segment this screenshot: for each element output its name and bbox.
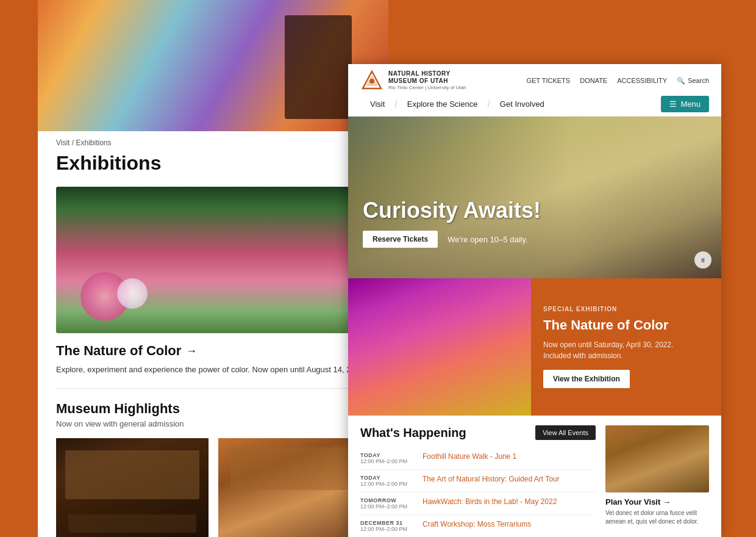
plan-visit-title[interactable]: Plan Your Visit → bbox=[605, 497, 709, 506]
museum-logo-icon bbox=[360, 69, 383, 92]
hero-cta-row: Reserve Tickets We're open 10–5 daily. bbox=[363, 231, 541, 248]
event-day-2: TODAY bbox=[360, 475, 415, 481]
exhibit-image bbox=[56, 187, 370, 333]
nav-explore[interactable]: Explore the Science bbox=[398, 96, 488, 112]
plan-your-visit-card[interactable]: Plan Your Visit → Vel donec et dolor urn… bbox=[605, 425, 709, 537]
event-day-3: TOMORROW bbox=[360, 497, 415, 503]
event-time-4: 12:00 PM–2:00 PM bbox=[360, 526, 415, 532]
hero-top-image bbox=[38, 0, 388, 131]
past-worlds-card[interactable]: Past Worlds → bbox=[56, 438, 209, 538]
highlights-subtitle: Now on view with general admission bbox=[56, 419, 370, 428]
breadcrumb: Visit / Exhibitions bbox=[38, 131, 388, 150]
breadcrumb-exhibitions: Exhibitions bbox=[76, 139, 111, 147]
get-tickets-link[interactable]: GET TICKETS bbox=[526, 77, 570, 84]
featured-exhibit-card: The Nature of Color → Explore, experimen… bbox=[38, 187, 388, 388]
exhibit-description: Explore, experiment and experience the p… bbox=[56, 364, 370, 388]
site-header: NATURAL HISTORY MUSEUM OF UTAH Rio Tinto… bbox=[348, 64, 721, 117]
event-time-col-1: TODAY 12:00 PM–2:00 PM bbox=[360, 452, 415, 464]
event-time-col-3: TOMORROW 12:00 PM–2:00 PM bbox=[360, 497, 415, 510]
special-desc-line1: Now open until Saturday, April 30, 2022. bbox=[543, 341, 673, 349]
event-row-2: TODAY 12:00 PM–2:00 PM The Art of Natura… bbox=[360, 470, 596, 492]
native-voices-card[interactable]: Native Voices → bbox=[218, 438, 371, 538]
nav-involved[interactable]: Get Involved bbox=[490, 96, 554, 112]
plan-visit-image bbox=[605, 425, 709, 492]
breadcrumb-visit[interactable]: Visit bbox=[56, 139, 70, 147]
highlights-title: Museum Highlights bbox=[56, 401, 370, 417]
svg-point-2 bbox=[369, 79, 374, 84]
menu-label: Menu bbox=[680, 99, 701, 109]
pause-button[interactable]: ⏸ bbox=[694, 251, 711, 268]
special-exhibition-info: SPECIAL EXHIBITION The Nature of Color N… bbox=[531, 278, 721, 416]
hero-hours: We're open 10–5 daily. bbox=[448, 235, 527, 244]
special-exhibition-desc: Now open until Saturday, April 30, 2022.… bbox=[543, 339, 709, 361]
events-title: What's Happening bbox=[360, 426, 466, 440]
plan-visit-description: Vel donec et dolor urna fusce velit aene… bbox=[605, 509, 709, 526]
reserve-tickets-button[interactable]: Reserve Tickets bbox=[363, 231, 438, 248]
event-name-1[interactable]: Foothill Nature Walk - June 1 bbox=[423, 452, 516, 461]
event-row-3: TOMORROW 12:00 PM–2:00 PM HawkWatch: Bir… bbox=[360, 492, 596, 515]
event-row-4: DECEMBER 31 12:00 PM–2:00 PM Craft Works… bbox=[360, 515, 596, 537]
hero-headline: Curiosity Awaits! bbox=[363, 198, 541, 223]
hero-content: Curiosity Awaits! Reserve Tickets We're … bbox=[363, 198, 541, 248]
menu-button[interactable]: ☰ Menu bbox=[661, 96, 709, 112]
event-row-1: TODAY 12:00 PM–2:00 PM Foothill Nature W… bbox=[360, 447, 596, 470]
event-name-2[interactable]: The Art of Natural History: Guided Art T… bbox=[423, 475, 560, 483]
search-icon: 🔍 bbox=[677, 77, 685, 85]
donate-link[interactable]: DONATE bbox=[580, 77, 607, 84]
logo-name: NATURAL HISTORY bbox=[388, 70, 466, 77]
event-day-1: TODAY bbox=[360, 452, 415, 458]
event-day-4: DECEMBER 31 bbox=[360, 520, 415, 526]
special-exhibition-image bbox=[348, 278, 531, 416]
event-name-3[interactable]: HawkWatch: Birds in the Lab! - May 2022 bbox=[423, 497, 557, 506]
event-time-col-2: TODAY 12:00 PM–2:00 PM bbox=[360, 475, 415, 487]
top-links: GET TICKETS DONATE ACCESSIBILITY 🔍 Searc… bbox=[526, 77, 709, 85]
search-area[interactable]: 🔍 Search bbox=[677, 77, 709, 85]
logo-area: NATURAL HISTORY MUSEUM OF UTAH Rio Tinto… bbox=[360, 69, 466, 92]
museum-highlights: Museum Highlights Now on view with gener… bbox=[38, 401, 388, 538]
logo-org: MUSEUM OF UTAH bbox=[388, 77, 466, 85]
special-exhibition-title: The Nature of Color bbox=[543, 317, 709, 333]
past-worlds-image bbox=[56, 438, 209, 524]
page-title: Exhibitions bbox=[38, 150, 388, 187]
events-section: What's Happening View All Events TODAY 1… bbox=[360, 425, 596, 537]
highlights-grid: Past Worlds → Native Voices → bbox=[56, 438, 370, 538]
menu-icon: ☰ bbox=[669, 99, 677, 109]
native-voices-image bbox=[218, 438, 371, 524]
search-label: Search bbox=[688, 77, 709, 84]
exhibit-title-row: The Nature of Color → bbox=[56, 333, 370, 364]
special-exhibition: SPECIAL EXHIBITION The Nature of Color N… bbox=[348, 278, 721, 416]
section-divider bbox=[56, 388, 370, 389]
museum-website-panel: NATURAL HISTORY MUSEUM OF UTAH Rio Tinto… bbox=[348, 64, 721, 537]
special-exhibition-tag: SPECIAL EXHIBITION bbox=[543, 306, 709, 312]
logo-tagline: Rio Tinto Center | University of Utah bbox=[388, 85, 466, 91]
event-time-3: 12:00 PM–2:00 PM bbox=[360, 503, 415, 510]
event-time-1: 12:00 PM–2:00 PM bbox=[360, 458, 415, 464]
nav-visit[interactable]: Visit bbox=[360, 96, 394, 112]
whats-happening-section: What's Happening View All Events TODAY 1… bbox=[348, 416, 721, 537]
exhibitions-panel: Visit / Exhibitions Exhibitions The Natu… bbox=[38, 0, 388, 537]
special-desc-line2: Included with admission. bbox=[543, 351, 623, 360]
nav-bar: Visit / Explore the Science / Get Involv… bbox=[348, 92, 721, 116]
event-time-2: 12:00 PM–2:00 PM bbox=[360, 481, 415, 487]
exhibit-title: The Nature of Color bbox=[56, 343, 181, 359]
view-exhibition-button[interactable]: View the Exhibition bbox=[543, 370, 630, 388]
events-header: What's Happening View All Events bbox=[360, 425, 596, 440]
top-bar: NATURAL HISTORY MUSEUM OF UTAH Rio Tinto… bbox=[348, 64, 721, 92]
view-all-events-button[interactable]: View All Events bbox=[535, 425, 596, 440]
exhibit-arrow[interactable]: → bbox=[186, 345, 197, 358]
accessibility-link[interactable]: ACCESSIBILITY bbox=[617, 77, 667, 84]
logo-text: NATURAL HISTORY MUSEUM OF UTAH Rio Tinto… bbox=[388, 70, 466, 91]
hero-section: Curiosity Awaits! Reserve Tickets We're … bbox=[348, 117, 721, 278]
event-name-4[interactable]: Craft Workshop: Moss Terrariums bbox=[423, 520, 531, 528]
event-time-col-4: DECEMBER 31 12:00 PM–2:00 PM bbox=[360, 520, 415, 532]
